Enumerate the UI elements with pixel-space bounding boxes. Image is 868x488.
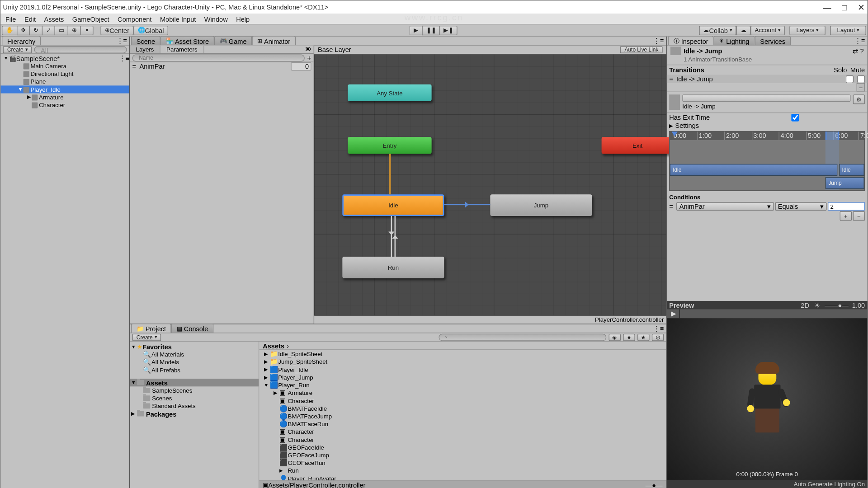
collab-button[interactable]: ☁ Collab — [699, 25, 736, 35]
custom-tool-icon[interactable]: ✦ — [80, 25, 93, 35]
favorite-icon[interactable]: ★ — [637, 333, 649, 341]
param-search-input[interactable]: Name — [132, 54, 305, 61]
menu-window[interactable]: Window — [204, 15, 228, 23]
preview-play-button[interactable]: ▶ — [667, 310, 680, 319]
transition-name-input[interactable] — [682, 94, 850, 102]
eye-icon[interactable]: 👁 — [302, 46, 313, 53]
settings-icon[interactable]: ⚙ — [853, 94, 865, 104]
search-filter-icon[interactable]: ◈ — [609, 333, 621, 341]
scene-root[interactable]: ▼🎬 SampleScene*⋮≡ — [0, 54, 129, 62]
layers-dropdown[interactable]: Layers — [789, 25, 825, 35]
scale-tool-icon[interactable]: ⤢ — [42, 25, 55, 35]
favorite-item[interactable]: 🔍 All Prefabs — [130, 366, 259, 374]
preview-slider[interactable]: ——●— — [825, 301, 849, 309]
asset-item[interactable]: ▶▣Armature — [259, 389, 666, 397]
minimize-icon[interactable]: — — [823, 2, 831, 12]
rect-tool-icon[interactable]: ▭ — [54, 25, 67, 35]
cloud-icon[interactable]: ☁ — [736, 25, 750, 35]
menu-mobileinput[interactable]: Mobile Input — [160, 15, 196, 23]
subtab-parameters[interactable]: Parameters — [160, 46, 204, 53]
preview-scrubber[interactable] — [680, 310, 867, 319]
auto-live-link-button[interactable]: Auto Live Link — [620, 46, 662, 53]
hierarchy-search-input[interactable]: All — [34, 46, 127, 53]
preview-light-icon[interactable]: ☀ — [814, 301, 820, 309]
tab-inspector[interactable]: ⓘ Inspector — [668, 36, 714, 45]
node-anystate[interactable]: Any State — [348, 84, 431, 101]
asset-item[interactable]: ▣Character — [259, 397, 666, 404]
asset-folder[interactable]: SampleScenes — [130, 386, 259, 394]
asset-folder[interactable]: Standard Assets — [130, 402, 259, 410]
hidden-icon[interactable]: ⊘ — [652, 333, 664, 341]
asset-item[interactable]: ▶🟦Player_Jump — [259, 373, 666, 381]
menu-help[interactable]: Help — [236, 15, 250, 23]
slider-thumb[interactable]: —●— — [646, 481, 663, 488]
node-idle[interactable]: Idle — [342, 194, 444, 216]
panel-menu-icon[interactable]: ⋮≡ — [852, 37, 868, 45]
asset-item[interactable]: ⬛GEOFaceIdle — [259, 443, 666, 451]
subtab-layers[interactable]: Layers — [130, 46, 160, 53]
settings-foldout[interactable]: Settings — [675, 122, 699, 129]
node-run[interactable]: Run — [342, 257, 444, 278]
menu-edit[interactable]: Edit — [24, 15, 36, 23]
menu-gameobject[interactable]: GameObject — [72, 15, 109, 23]
hierarchy-item[interactable]: Plane — [0, 78, 129, 85]
panel-menu-icon[interactable]: ⋮≡ — [651, 37, 666, 45]
assets-breadcrumb[interactable]: Assets › — [259, 342, 666, 350]
asset-item[interactable]: 🔵BMATFaceIdle — [259, 404, 666, 412]
has-exit-time-checkbox[interactable] — [791, 113, 799, 121]
pause-button[interactable]: ❚❚ — [422, 25, 439, 35]
favorite-item[interactable]: 🔍 All Models — [130, 358, 259, 366]
assets-folder[interactable]: ▼Assets — [130, 379, 259, 386]
step-button[interactable]: ▶❚ — [439, 25, 458, 35]
hierarchy-item[interactable]: ▶Armature — [0, 94, 129, 101]
tab-animator[interactable]: ⊞ Animator — [252, 36, 296, 45]
param-row[interactable]: = AnimPar 0 — [130, 62, 313, 71]
asset-item[interactable]: ▣Character — [259, 428, 666, 436]
asset-item[interactable]: ⬛GEOFaceJump — [259, 451, 666, 459]
project-search-input[interactable]: ᵒ — [439, 333, 606, 341]
menu-file[interactable]: File — [5, 15, 16, 23]
search-filter-icon[interactable]: ● — [623, 333, 635, 341]
account-dropdown[interactable]: Account — [750, 25, 785, 35]
transition-timeline[interactable]: 0:00 1:00 2:00 3:00 4:00 5:00 6:00 7:0 I… — [669, 131, 865, 191]
panel-menu-icon[interactable]: ⋮≡ — [651, 325, 666, 333]
move-tool-icon[interactable]: ✥ — [17, 25, 29, 35]
project-create-button[interactable]: Create — [132, 333, 161, 341]
clip-idle[interactable]: Idle — [670, 164, 837, 176]
condition-param-dropdown[interactable]: AnimPar▾ — [676, 202, 774, 211]
node-exit[interactable]: Exit — [602, 137, 674, 154]
favorites-header[interactable]: ▼★ Favorites — [130, 343, 259, 351]
tab-lighting[interactable]: ☀ Lighting — [714, 36, 755, 45]
asset-folder[interactable]: Scenes — [130, 394, 259, 402]
hierarchy-create-button[interactable]: Create — [3, 46, 32, 53]
maximize-icon[interactable]: □ — [842, 2, 847, 12]
tab-assetstore[interactable]: 🏪 Asset Store — [160, 36, 214, 45]
remove-button[interactable]: − — [857, 83, 865, 92]
hierarchy-item[interactable]: ▼Player_Idle — [0, 85, 129, 93]
transition-list-item[interactable]: =Idle -> Jump — [667, 75, 868, 84]
condition-op-dropdown[interactable]: Equals▾ — [775, 202, 826, 211]
condition-value-input[interactable] — [828, 202, 865, 211]
playhead-icon[interactable] — [672, 131, 678, 136]
transition-range-handle[interactable] — [826, 131, 839, 140]
asset-item[interactable]: 👤Player_RunAvatar — [259, 474, 666, 480]
layout-dropdown[interactable]: Layout — [830, 25, 866, 35]
panel-menu-icon[interactable]: ⋮≡ — [114, 37, 129, 45]
hierarchy-item[interactable]: Directional Light — [0, 70, 129, 78]
asset-item[interactable]: ▼🟦Player_Run — [259, 381, 666, 389]
tab-console[interactable]: ▤ Console — [171, 324, 213, 333]
menu-component[interactable]: Component — [118, 15, 151, 23]
pivot-rotation-button[interactable]: 🌐 Global — [133, 25, 168, 35]
tab-project[interactable]: 📁 Project — [131, 324, 171, 333]
menu-assets[interactable]: Assets — [44, 15, 64, 23]
tab-game[interactable]: 🎮 Game — [214, 36, 252, 45]
mute-checkbox[interactable] — [857, 75, 865, 83]
hierarchy-item[interactable]: Character — [0, 101, 129, 109]
favorite-item[interactable]: 🔍 All Materials — [130, 351, 259, 358]
play-button[interactable]: ▶ — [410, 25, 422, 35]
clip-idle-loop[interactable]: Idle — [839, 164, 864, 176]
pivot-mode-button[interactable]: ⊕ Center — [100, 25, 133, 35]
animator-graph[interactable]: Any State Entry Exit Idle Jump Run — [314, 54, 666, 315]
preview-viewport[interactable]: 0:00 (000.0%) Frame 0 — [667, 318, 868, 479]
node-entry[interactable]: Entry — [348, 137, 431, 154]
